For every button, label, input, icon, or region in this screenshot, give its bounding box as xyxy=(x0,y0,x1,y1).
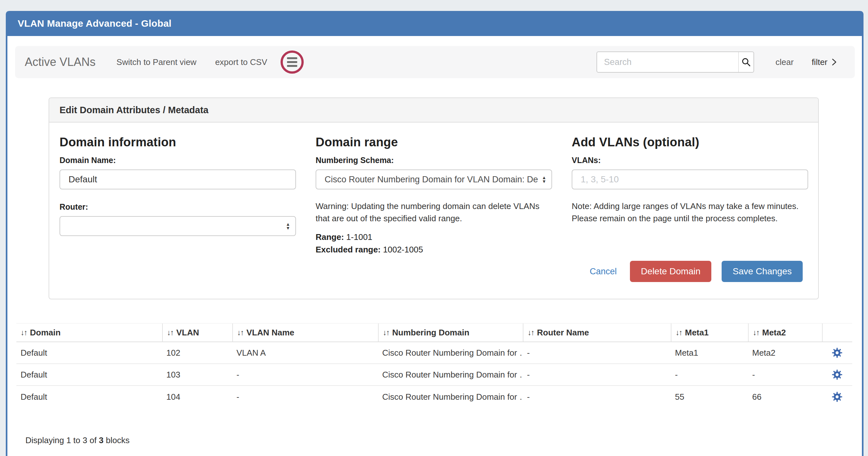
filter-link[interactable]: filter xyxy=(812,57,837,67)
magnifier-icon xyxy=(741,57,751,67)
table-header-actions xyxy=(822,324,852,341)
numbering-schema-select[interactable]: Cisco Router Numbering Domain for VLAN D… xyxy=(316,169,552,189)
edit-domain-panel: Edit Domain Attributes / Metadata Domain… xyxy=(49,97,819,299)
edit-domain-panel-header: Edit Domain Attributes / Metadata xyxy=(49,98,818,123)
cell-router-name: - xyxy=(523,370,671,380)
domain-information-heading: Domain information xyxy=(60,135,296,149)
gear-icon xyxy=(832,369,843,380)
spinner-down-arrow: ▼ xyxy=(286,226,290,230)
cell-meta2: 66 xyxy=(748,392,822,402)
window-titlebar: VLAN Manage Advanced - Global xyxy=(7,11,862,36)
table-row: Default 104 - Cisco Router Numbering Dom… xyxy=(17,386,852,408)
search-button[interactable] xyxy=(739,52,754,73)
sort-icon: ↓↑ xyxy=(21,328,27,337)
cell-domain: Default xyxy=(17,392,162,402)
table-header-label: VLAN xyxy=(176,328,199,338)
numbering-schema-label: Numbering Schema: xyxy=(316,156,552,165)
excluded-range-label: Excluded range: xyxy=(316,245,381,254)
gear-icon xyxy=(832,391,843,402)
select-spinner-icon: ▲ ▼ xyxy=(542,175,546,183)
sort-icon: ↓↑ xyxy=(676,328,682,337)
table-row: Default 102 VLAN A Cisco Router Numberin… xyxy=(17,342,852,364)
cell-meta2: Meta2 xyxy=(748,348,822,358)
clear-link[interactable]: clear xyxy=(776,57,794,67)
range-value: 1-1001 xyxy=(344,232,372,242)
add-vlans-note: Note: Adding large ranges of VLANs may t… xyxy=(572,200,808,224)
footer-suffix: blocks xyxy=(103,435,130,445)
sort-icon: ↓↑ xyxy=(383,328,389,337)
table-header-label: Meta2 xyxy=(762,328,786,338)
sort-icon: ↓↑ xyxy=(237,328,244,337)
cell-meta1: Meta1 xyxy=(671,348,748,358)
cell-vlan-name: - xyxy=(232,392,378,402)
range-label: Range: xyxy=(316,232,344,242)
table-header-row: ↓↑ Domain ↓↑ VLAN ↓↑ VLAN Name ↓↑ Number… xyxy=(17,324,852,342)
footer-prefix: Displaying 1 to 3 of xyxy=(25,435,99,445)
page-title: Active VLANs xyxy=(25,55,96,69)
table-header-label: VLAN Name xyxy=(246,328,294,338)
range-line: Range: 1-1001 xyxy=(316,232,552,242)
search-group xyxy=(596,52,754,73)
switch-to-parent-view-link[interactable]: Switch to Parent view xyxy=(117,57,196,67)
sort-icon: ↓↑ xyxy=(753,328,759,337)
domain-range-section: Domain range Numbering Schema: Cisco Rou… xyxy=(316,129,552,255)
add-vlans-heading: Add VLANs (optional) xyxy=(572,135,808,149)
cell-numbering-domain: Cisco Router Numbering Domain for … xyxy=(378,348,523,358)
cell-meta2: - xyxy=(748,370,822,380)
table-header-meta2[interactable]: ↓↑ Meta2 xyxy=(748,324,822,341)
cell-vlan-name: VLAN A xyxy=(232,348,378,358)
cell-numbering-domain: Cisco Router Numbering Domain for … xyxy=(378,370,523,380)
table-header-vlan[interactable]: ↓↑ VLAN xyxy=(162,324,232,341)
vlans-input[interactable] xyxy=(572,169,808,189)
row-settings-button[interactable] xyxy=(822,369,852,380)
cell-numbering-domain: Cisco Router Numbering Domain for … xyxy=(378,392,523,402)
delete-domain-button[interactable]: Delete Domain xyxy=(630,261,711,282)
table-row: Default 103 - Cisco Router Numbering Dom… xyxy=(17,364,852,386)
row-settings-button[interactable] xyxy=(822,347,852,358)
edit-domain-panel-body: Domain information Domain Name: Router: … xyxy=(49,123,818,255)
search-input[interactable] xyxy=(596,52,739,73)
table-header-label: Router Name xyxy=(537,328,589,338)
row-settings-button[interactable] xyxy=(822,391,852,402)
spinner-down-arrow: ▼ xyxy=(542,180,546,183)
export-to-csv-link[interactable]: export to CSV xyxy=(215,57,267,67)
sort-icon: ↓↑ xyxy=(528,328,534,337)
cell-domain: Default xyxy=(17,370,162,380)
table-footer: Displaying 1 to 3 of 3 blocks xyxy=(25,435,130,445)
cell-vlan: 104 xyxy=(162,392,232,402)
hamburger-bar xyxy=(287,57,297,59)
cell-domain: Default xyxy=(17,348,162,358)
router-select[interactable]: ▲ ▼ xyxy=(60,216,296,236)
cell-router-name: - xyxy=(523,392,671,402)
save-changes-button[interactable]: Save Changes xyxy=(722,261,803,282)
excluded-range-value: 1002-1005 xyxy=(381,245,423,254)
cancel-button[interactable]: Cancel xyxy=(590,267,617,276)
excluded-range-line: Excluded range: 1002-1005 xyxy=(316,245,552,255)
edit-domain-panel-title: Edit Domain Attributes / Metadata xyxy=(60,105,209,116)
hamburger-menu-icon[interactable] xyxy=(281,51,304,74)
panel-actions: Cancel Delete Domain Save Changes xyxy=(590,261,803,282)
app-window: VLAN Manage Advanced - Global Active VLA… xyxy=(6,11,864,456)
domain-name-input[interactable] xyxy=(60,169,296,189)
numbering-domain-warning: Warning: Updating the numbering domain c… xyxy=(316,200,552,224)
table-header-meta1[interactable]: ↓↑ Meta1 xyxy=(671,324,748,341)
table-header-domain[interactable]: ↓↑ Domain xyxy=(17,324,162,341)
sort-icon: ↓↑ xyxy=(167,328,174,337)
domain-name-label: Domain Name: xyxy=(60,156,296,165)
table-header-vlan-name[interactable]: ↓↑ VLAN Name xyxy=(232,324,378,341)
cell-vlan: 103 xyxy=(162,370,232,380)
window-title: VLAN Manage Advanced - Global xyxy=(18,18,172,29)
table-header-label: Domain xyxy=(30,328,60,338)
table-header-label: Meta1 xyxy=(685,328,709,338)
domain-information-section: Domain information Domain Name: Router: … xyxy=(60,129,296,255)
table-header-router-name[interactable]: ↓↑ Router Name xyxy=(523,324,671,341)
toolbar: Active VLANs Switch to Parent view expor… xyxy=(15,46,855,78)
gear-icon xyxy=(832,347,843,358)
cell-router-name: - xyxy=(523,348,671,358)
filter-label: filter xyxy=(812,57,828,67)
table-header-numbering-domain[interactable]: ↓↑ Numbering Domain xyxy=(378,324,523,341)
hamburger-bar xyxy=(287,65,297,67)
cell-vlan: 102 xyxy=(162,348,232,358)
add-vlans-section: Add VLANs (optional) VLANs: Note: Adding… xyxy=(572,129,808,255)
router-label: Router: xyxy=(60,202,296,211)
